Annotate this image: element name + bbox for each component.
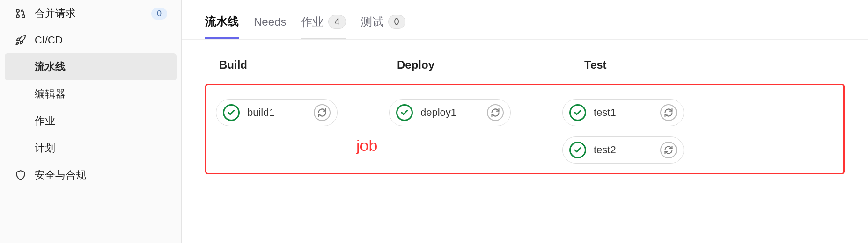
- tab-tests[interactable]: 测试 0: [361, 14, 405, 39]
- svg-point-1: [16, 15, 19, 18]
- merge-request-icon: [14, 7, 27, 20]
- sidebar-item-label: 作业: [35, 114, 55, 128]
- sidebar-item-merge-requests[interactable]: 合并请求 0: [0, 0, 181, 27]
- job-pill-deploy1[interactable]: deploy1: [389, 99, 511, 126]
- svg-point-2: [22, 15, 25, 18]
- sidebar-item-jobs[interactable]: 作业: [0, 107, 181, 135]
- tab-needs[interactable]: Needs: [254, 15, 286, 38]
- retry-icon[interactable]: [487, 104, 504, 121]
- tab-label: 流水线: [205, 14, 239, 29]
- status-success-icon: [569, 142, 586, 158]
- sidebar-item-cicd[interactable]: CI/CD: [0, 27, 181, 53]
- job-name: test1: [594, 107, 660, 119]
- job-pill-build1[interactable]: build1: [216, 99, 338, 126]
- sidebar-item-schedules[interactable]: 计划: [0, 135, 181, 162]
- sidebar-item-editor[interactable]: 编辑器: [0, 80, 181, 107]
- shield-icon: [14, 169, 27, 182]
- merge-request-count-badge: 0: [151, 8, 167, 20]
- stage-header-deploy: Deploy: [397, 58, 514, 71]
- sidebar-item-label: 计划: [35, 141, 55, 155]
- status-success-icon: [569, 104, 586, 121]
- sidebar-item-security[interactable]: 安全与合规: [0, 162, 181, 189]
- job-pill-test1[interactable]: test1: [562, 99, 684, 126]
- sidebar: 合并请求 0 CI/CD 流水线 编辑器 作业 计划 安全与合规: [0, 0, 182, 243]
- stage-header-build: Build: [219, 58, 336, 71]
- tab-label: Needs: [254, 15, 286, 29]
- main-content: 流水线 Needs 作业 4 测试 0 Build Deploy Test jo…: [182, 0, 868, 243]
- sidebar-item-label: CI/CD: [35, 34, 63, 46]
- job-name: build1: [247, 107, 314, 119]
- svg-point-0: [16, 9, 19, 12]
- tab-label: 测试: [361, 14, 383, 29]
- stage-header-test: Test: [584, 58, 701, 71]
- job-pill-test2[interactable]: test2: [562, 136, 684, 164]
- tabs: 流水线 Needs 作业 4 测试 0: [182, 0, 868, 40]
- tab-count-badge: 0: [388, 15, 405, 29]
- retry-icon[interactable]: [660, 104, 677, 121]
- sidebar-item-pipelines[interactable]: 流水线: [5, 53, 177, 80]
- tab-count-badge: 4: [328, 15, 346, 29]
- stage-headers: Build Deploy Test: [205, 58, 845, 71]
- stage-column-test: test1 test2: [562, 99, 684, 164]
- jobs-annotation-box: job build1 deploy1: [205, 84, 845, 174]
- stage-column-build: build1: [216, 99, 338, 164]
- sidebar-item-label: 编辑器: [35, 87, 66, 101]
- job-name: test2: [594, 144, 660, 156]
- stage-column-deploy: deploy1: [389, 99, 511, 164]
- tab-label: 作业: [301, 14, 324, 29]
- status-success-icon: [396, 104, 413, 121]
- job-name: deploy1: [420, 107, 487, 119]
- annotation-label: job: [356, 136, 377, 155]
- sidebar-item-label: 合并请求: [35, 7, 76, 21]
- pipeline-area: Build Deploy Test job build1: [182, 40, 868, 193]
- tab-pipeline[interactable]: 流水线: [205, 14, 239, 39]
- retry-icon[interactable]: [314, 104, 331, 121]
- rocket-icon: [14, 34, 27, 47]
- status-success-icon: [223, 104, 240, 121]
- sidebar-item-label: 流水线: [35, 60, 66, 74]
- tab-jobs[interactable]: 作业 4: [301, 14, 346, 39]
- sidebar-item-label: 安全与合规: [35, 168, 86, 182]
- retry-icon[interactable]: [660, 142, 677, 158]
